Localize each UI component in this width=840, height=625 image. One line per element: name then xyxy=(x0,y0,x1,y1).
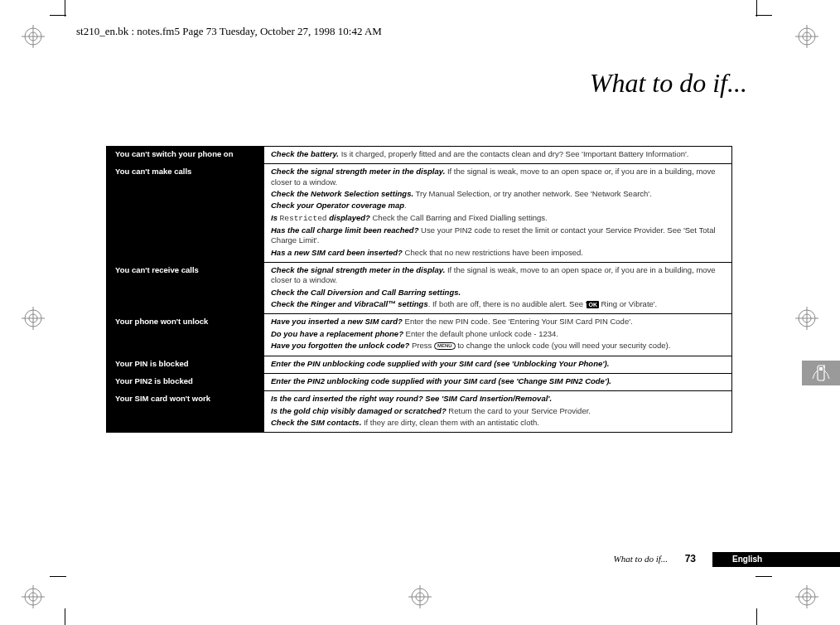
page-header: st210_en.bk : notes.fm5 Page 73 Tuesday,… xyxy=(76,25,382,38)
language-tab: English xyxy=(712,552,840,567)
table-row: You can't receive callsCheck the signal … xyxy=(107,262,731,313)
solution-cell: Enter the PIN unblocking code supplied w… xyxy=(264,356,731,373)
table-row: Your PIN is blockedEnter the PIN unblock… xyxy=(107,356,731,373)
crop-mark xyxy=(756,576,772,577)
problem-cell: Your PIN2 is blocked xyxy=(107,374,264,390)
solution-line: Check the Network Selection settings. Tr… xyxy=(271,189,725,199)
footer-section-title: What to do if... xyxy=(614,554,668,564)
solution-line: Check your Operator coverage map. xyxy=(271,201,725,211)
solution-line: Is the card inserted the right way round… xyxy=(271,394,725,404)
solution-cell: Check the signal strength meter in the d… xyxy=(264,164,731,262)
solution-line: Check the Ringer and VibraCall™ settings… xyxy=(271,299,725,309)
solution-cell: Check the battery. Is it charged, proper… xyxy=(264,147,731,163)
menu-button-icon: MENU xyxy=(434,342,456,350)
solution-line: Check the Call Diversion and Call Barrin… xyxy=(271,288,725,298)
page-footer: What to do if... 73 English xyxy=(0,552,840,569)
crop-mark xyxy=(65,0,65,17)
crop-mark xyxy=(50,576,66,577)
registration-mark-icon xyxy=(22,585,45,608)
ok-icon: OK xyxy=(587,301,599,308)
solution-line: Check the SIM contacts. If they are dirt… xyxy=(271,418,725,428)
solution-line: Has a new SIM card been inserted? Check … xyxy=(271,248,725,258)
solution-line: Do you have a replacement phone? Enter t… xyxy=(271,329,725,339)
problem-cell: You can't switch your phone on xyxy=(107,147,264,163)
svg-rect-29 xyxy=(819,367,823,371)
registration-mark-icon xyxy=(795,585,818,608)
solution-cell: Is the card inserted the right way round… xyxy=(264,391,731,432)
table-row: Your PIN2 is blockedEnter the PIN2 unblo… xyxy=(107,373,731,390)
solution-cell: Check the signal strength meter in the d… xyxy=(264,263,731,313)
crop-mark xyxy=(756,15,772,16)
crop-mark xyxy=(756,0,757,17)
page-title: What to do if... xyxy=(590,68,747,99)
problem-cell: You can't make calls xyxy=(107,164,264,262)
crop-mark xyxy=(756,608,757,625)
solution-line: Have you forgotten the unlock code? Pres… xyxy=(271,341,725,351)
solution-line: Check the signal strength meter in the d… xyxy=(271,265,725,286)
solution-line: Check the battery. Is it charged, proper… xyxy=(271,149,725,159)
phone-tab-icon xyxy=(802,361,840,385)
problem-cell: Your SIM card won't work xyxy=(107,391,264,432)
solution-line: Enter the PIN2 unblocking code supplied … xyxy=(271,376,725,386)
registration-mark-icon xyxy=(22,307,45,330)
problem-cell: You can't receive calls xyxy=(107,263,264,313)
registration-mark-icon xyxy=(795,307,818,330)
code-text: Restricted xyxy=(280,214,327,223)
solution-line: Check the signal strength meter in the d… xyxy=(271,167,725,187)
page-number: 73 xyxy=(685,553,696,564)
problem-cell: Your PIN is blocked xyxy=(107,356,264,373)
registration-mark-icon xyxy=(795,25,818,48)
table-row: Your phone won't unlockHave you inserted… xyxy=(107,313,731,355)
solution-line: Have you inserted a new SIM card? Enter … xyxy=(271,317,725,327)
solution-line: Is the gold chip visibly damaged or scra… xyxy=(271,406,725,416)
table-row: You can't switch your phone onCheck the … xyxy=(107,147,731,163)
troubleshooting-table: You can't switch your phone onCheck the … xyxy=(106,146,732,433)
solution-line: Is Restricted displayed? Check the Call … xyxy=(271,213,725,224)
crop-mark xyxy=(65,608,65,625)
registration-mark-icon xyxy=(408,585,432,608)
solution-line: Has the call charge limit been reached? … xyxy=(271,225,725,246)
table-row: You can't make callsCheck the signal str… xyxy=(107,163,731,262)
solution-line: Enter the PIN unblocking code supplied w… xyxy=(271,359,725,369)
solution-cell: Have you inserted a new SIM card? Enter … xyxy=(264,314,731,355)
solution-cell: Enter the PIN2 unblocking code supplied … xyxy=(264,374,731,390)
table-row: Your SIM card won't workIs the card inse… xyxy=(107,390,731,432)
crop-mark xyxy=(50,15,66,16)
registration-mark-icon xyxy=(22,25,45,48)
problem-cell: Your phone won't unlock xyxy=(107,314,264,355)
